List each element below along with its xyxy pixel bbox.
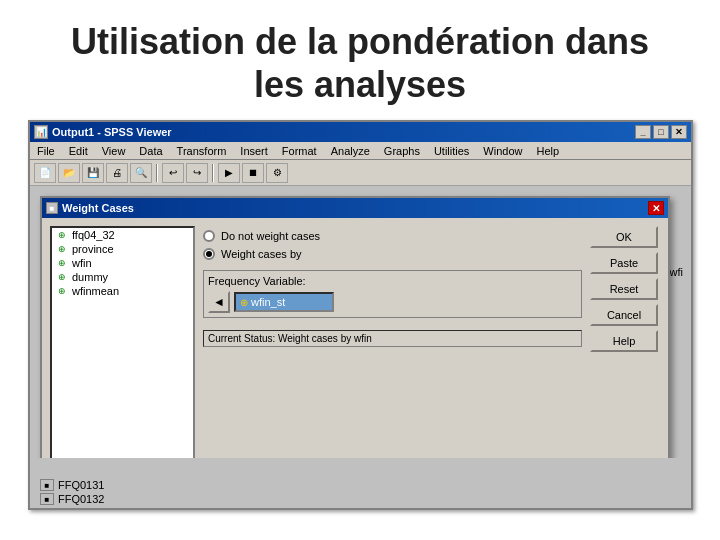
list-item[interactable]: ■ FFQ0131 bbox=[40, 478, 681, 492]
close-button[interactable]: ✕ bbox=[671, 125, 687, 139]
spss-window: 📊 Output1 - SPSS Viewer _ □ ✕ File Edit … bbox=[28, 120, 693, 510]
spss-app-icon: 📊 bbox=[34, 125, 48, 139]
freq-var-row: ◄ ⊕ wfin_st bbox=[208, 291, 577, 313]
dialog-close-button[interactable]: ✕ bbox=[648, 201, 664, 215]
minimize-button[interactable]: _ bbox=[635, 125, 651, 139]
toolbar-undo[interactable]: ↩ bbox=[162, 163, 184, 183]
weight-cases-dialog: ■ Weight Cases ✕ ⊕ ffq04_32 ⊕ prov bbox=[40, 196, 670, 486]
toolbar-new[interactable]: 📄 bbox=[34, 163, 56, 183]
maximize-button[interactable]: □ bbox=[653, 125, 669, 139]
freq-var-label: Frequency Variable: bbox=[208, 275, 577, 287]
list-item[interactable]: ⊕ wfinmean bbox=[52, 284, 193, 298]
radio-weight-by[interactable] bbox=[203, 248, 215, 260]
list-item[interactable]: ⊕ ffq04_32 bbox=[52, 228, 193, 242]
menu-utilities[interactable]: Utilities bbox=[431, 145, 472, 157]
menu-data[interactable]: Data bbox=[136, 145, 165, 157]
toolbar-btn5[interactable]: ⚙ bbox=[266, 163, 288, 183]
titlebar-controls: _ □ ✕ bbox=[635, 125, 687, 139]
toolbar-btn4[interactable]: ⏹ bbox=[242, 163, 264, 183]
radio-no-weight-row: Do not weight cases bbox=[203, 230, 582, 242]
toolbar-btn3[interactable]: ▶ bbox=[218, 163, 240, 183]
spss-titlebar: 📊 Output1 - SPSS Viewer _ □ ✕ bbox=[30, 122, 691, 142]
var-icon-3: ⊕ bbox=[55, 257, 69, 269]
current-status: Current Status: Weight cases by wfin bbox=[203, 330, 582, 347]
dialog-title: Weight Cases bbox=[62, 202, 134, 214]
dialog-titlebar: ■ Weight Cases ✕ bbox=[42, 198, 668, 218]
toolbar-redo[interactable]: ↪ bbox=[186, 163, 208, 183]
cancel-button[interactable]: Cancel bbox=[590, 304, 658, 326]
variable-list-panel: ⊕ ffq04_32 ⊕ province ⊕ wfin ⊕ bbox=[50, 226, 195, 476]
bottom-icon-2: ■ bbox=[40, 493, 54, 505]
toolbar-search[interactable]: 🔍 bbox=[130, 163, 152, 183]
list-item[interactable]: ⊕ dummy bbox=[52, 270, 193, 284]
slide-title: Utilisation de la pondération dans les a… bbox=[40, 20, 680, 106]
toolbar-sep2 bbox=[212, 164, 214, 182]
menu-format[interactable]: Format bbox=[279, 145, 320, 157]
menu-file[interactable]: File bbox=[34, 145, 58, 157]
help-button[interactable]: Help bbox=[590, 330, 658, 352]
paste-button[interactable]: Paste bbox=[590, 252, 658, 274]
radio-weight-by-label: Weight cases by bbox=[221, 248, 302, 260]
side-partial-text: wfi bbox=[670, 266, 683, 278]
menu-edit[interactable]: Edit bbox=[66, 145, 91, 157]
menu-window[interactable]: Window bbox=[480, 145, 525, 157]
bottom-label-2: FFQ0132 bbox=[58, 493, 104, 505]
spss-bottom-area: ■ FFQ0131 ■ FFQ0132 bbox=[30, 458, 691, 508]
freq-var-section: Frequency Variable: ◄ ⊕ wfin_st bbox=[203, 270, 582, 318]
dialog-buttons-panel: OK Paste Reset Cancel Help bbox=[590, 226, 660, 476]
bottom-icon-1: ■ bbox=[40, 479, 54, 491]
menu-insert[interactable]: Insert bbox=[237, 145, 271, 157]
middle-panel: Do not weight cases Weight cases by Freq… bbox=[203, 226, 582, 476]
list-item[interactable]: ⊕ province bbox=[52, 242, 193, 256]
list-item[interactable]: ■ FFQ0132 bbox=[40, 492, 681, 506]
freq-var-value: wfin_st bbox=[251, 296, 285, 308]
radio-weight-by-row: Weight cases by bbox=[203, 248, 582, 260]
freq-var-field[interactable]: ⊕ wfin_st bbox=[234, 292, 334, 312]
var-icon-2: ⊕ bbox=[55, 243, 69, 255]
radio-group: Do not weight cases Weight cases by bbox=[203, 230, 582, 260]
dialog-body: ⊕ ffq04_32 ⊕ province ⊕ wfin ⊕ bbox=[42, 218, 668, 484]
dialog-icon: ■ bbox=[46, 202, 58, 214]
var-name-1: ffq04_32 bbox=[72, 229, 115, 241]
var-name-2: province bbox=[72, 243, 114, 255]
menu-transform[interactable]: Transform bbox=[174, 145, 230, 157]
var-name-3: wfin bbox=[72, 257, 92, 269]
spss-window-title: Output1 - SPSS Viewer bbox=[52, 126, 172, 138]
spss-content: wfi ■ Weight Cases ✕ ⊕ ffq04_32 bbox=[30, 186, 691, 508]
menu-view[interactable]: View bbox=[99, 145, 129, 157]
var-icon-5: ⊕ bbox=[55, 285, 69, 297]
var-name-4: dummy bbox=[72, 271, 108, 283]
bottom-label-1: FFQ0131 bbox=[58, 479, 104, 491]
radio-no-weight[interactable] bbox=[203, 230, 215, 242]
menu-help[interactable]: Help bbox=[533, 145, 562, 157]
ok-button[interactable]: OK bbox=[590, 226, 658, 248]
slide-background: Utilisation de la pondération dans les a… bbox=[0, 0, 720, 540]
freq-var-field-icon: ⊕ bbox=[240, 297, 248, 308]
menu-analyze[interactable]: Analyze bbox=[328, 145, 373, 157]
var-name-5: wfinmean bbox=[72, 285, 119, 297]
toolbar-sep1 bbox=[156, 164, 158, 182]
var-icon-4: ⊕ bbox=[55, 271, 69, 283]
transfer-arrow-button[interactable]: ◄ bbox=[208, 291, 230, 313]
list-item[interactable]: ⊕ wfin bbox=[52, 256, 193, 270]
menu-bar: File Edit View Data Transform Insert For… bbox=[30, 142, 691, 160]
menu-graphs[interactable]: Graphs bbox=[381, 145, 423, 157]
toolbar-open[interactable]: 📂 bbox=[58, 163, 80, 183]
reset-button[interactable]: Reset bbox=[590, 278, 658, 300]
var-icon-1: ⊕ bbox=[55, 229, 69, 241]
radio-no-weight-label: Do not weight cases bbox=[221, 230, 320, 242]
toolbar-save[interactable]: 💾 bbox=[82, 163, 104, 183]
toolbar: 📄 📂 💾 🖨 🔍 ↩ ↪ ▶ ⏹ ⚙ bbox=[30, 160, 691, 186]
toolbar-print[interactable]: 🖨 bbox=[106, 163, 128, 183]
